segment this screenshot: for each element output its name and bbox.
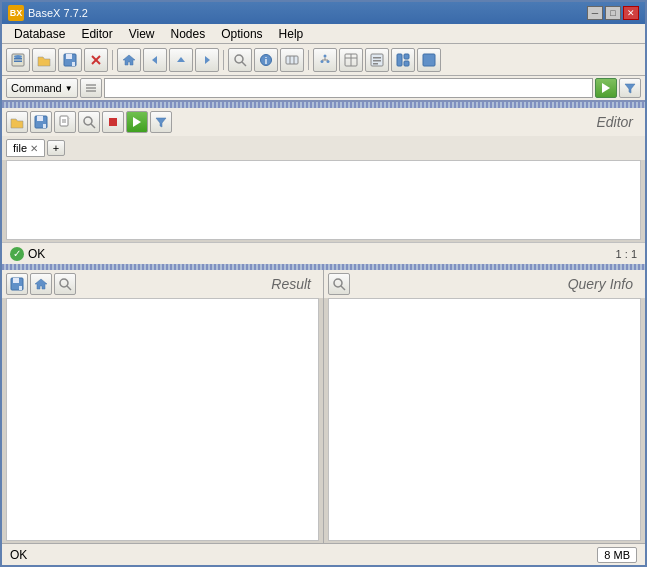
svg-rect-46 (13, 278, 19, 283)
status-ok-text: OK (10, 548, 27, 562)
svg-rect-38 (43, 124, 46, 128)
menu-database[interactable]: Database (6, 25, 73, 43)
menu-help[interactable]: Help (271, 25, 312, 43)
svg-rect-39 (60, 116, 68, 126)
editor-run-icon (133, 117, 141, 127)
window-controls: ─ □ ✕ (587, 6, 639, 20)
minimize-button[interactable]: ─ (587, 6, 603, 20)
info-button[interactable]: i (254, 48, 278, 72)
ok-icon: ✓ (10, 247, 24, 261)
result-home-button[interactable] (30, 273, 52, 295)
command-label: Command (11, 82, 62, 94)
result-save-button[interactable] (6, 273, 28, 295)
editor-tab-file[interactable]: file ✕ (6, 139, 45, 157)
svg-line-51 (341, 286, 345, 290)
result-panel: Result (2, 270, 324, 543)
menu-nodes[interactable]: Nodes (163, 25, 214, 43)
editor-status: ✓ OK 1 : 1 (2, 242, 645, 264)
explorer-button[interactable] (365, 48, 389, 72)
svg-point-9 (235, 55, 243, 63)
run-icon (602, 83, 610, 93)
tab-file-name: file (13, 142, 27, 154)
result-label: Result (78, 276, 319, 292)
editor-search-button[interactable] (78, 111, 100, 133)
svg-rect-13 (286, 56, 298, 64)
svg-point-3 (14, 55, 22, 58)
new-db-button[interactable] (6, 48, 30, 72)
svg-rect-47 (19, 286, 22, 290)
svg-point-50 (334, 279, 342, 287)
svg-rect-44 (109, 118, 117, 126)
close-button[interactable]: ✕ (623, 6, 639, 20)
editor-run-button[interactable] (126, 111, 148, 133)
line-col-indicator: 1 : 1 (45, 248, 637, 260)
search-tb-button[interactable] (228, 48, 252, 72)
command-list-button[interactable] (80, 78, 102, 98)
menu-editor[interactable]: Editor (73, 25, 120, 43)
editor-filter-button[interactable] (150, 111, 172, 133)
query-info-label: Query Info (352, 276, 641, 292)
panel-button[interactable] (391, 48, 415, 72)
app-title: BaseX 7.7.2 (28, 7, 587, 19)
editor-content[interactable] (6, 160, 641, 240)
command-bar: Command ▼ (2, 76, 645, 102)
svg-rect-32 (423, 54, 435, 66)
query-info-content[interactable] (328, 298, 641, 541)
map-button[interactable] (280, 48, 304, 72)
open-db-button[interactable] (32, 48, 56, 72)
query-info-toolbar: Query Info (324, 270, 645, 298)
svg-rect-5 (66, 54, 72, 59)
svg-rect-2 (14, 60, 22, 62)
svg-point-48 (60, 279, 68, 287)
result-search-button[interactable] (54, 273, 76, 295)
filter-button[interactable] (619, 78, 641, 98)
editor-save-button[interactable] (30, 111, 52, 133)
svg-rect-26 (373, 57, 381, 59)
svg-rect-1 (14, 58, 22, 60)
svg-rect-29 (397, 54, 402, 66)
svg-rect-27 (373, 60, 381, 62)
title-bar: BX BaseX 7.7.2 ─ □ ✕ (2, 2, 645, 24)
close-db-button[interactable] (84, 48, 108, 72)
menu-view[interactable]: View (121, 25, 163, 43)
tree-button[interactable] (313, 48, 337, 72)
maximize-button[interactable]: □ (605, 6, 621, 20)
menu-options[interactable]: Options (213, 25, 270, 43)
main-toolbar: i (2, 44, 645, 76)
memory-badge: 8 MB (597, 547, 637, 563)
save-db-button[interactable] (58, 48, 82, 72)
menu-bar: Database Editor View Nodes Options Help (2, 24, 645, 44)
toolbar-separator-3 (308, 50, 309, 70)
command-dropdown[interactable]: Command ▼ (6, 78, 78, 98)
editor-ok-text: OK (28, 247, 45, 261)
editor-wrapper: Editor file ✕ + ✓ OK 1 : 1 (2, 108, 645, 264)
toolbar-separator-2 (223, 50, 224, 70)
query-info-search-button[interactable] (328, 273, 350, 295)
dropdown-arrow-icon: ▼ (65, 84, 73, 93)
home-button[interactable] (117, 48, 141, 72)
svg-line-10 (242, 62, 246, 66)
editor-label: Editor (174, 114, 641, 130)
svg-rect-6 (72, 62, 75, 66)
run-button[interactable] (595, 78, 617, 98)
query-info-panel: Query Info (324, 270, 645, 543)
middle-section: Editor file ✕ + ✓ OK 1 : 1 (2, 108, 645, 543)
new-tab-button[interactable]: + (47, 140, 65, 156)
app-icon: BX (8, 5, 24, 21)
result-content[interactable] (6, 298, 319, 541)
back-button[interactable] (143, 48, 167, 72)
svg-text:i: i (265, 56, 268, 66)
editor-stop-button[interactable] (102, 111, 124, 133)
svg-rect-28 (373, 63, 378, 65)
tab-close-icon[interactable]: ✕ (30, 143, 38, 154)
up-button[interactable] (169, 48, 193, 72)
expand-button[interactable] (417, 48, 441, 72)
forward-button[interactable] (195, 48, 219, 72)
command-input[interactable] (104, 78, 593, 98)
svg-line-49 (67, 286, 71, 290)
svg-rect-37 (37, 116, 43, 121)
editor-new-button[interactable] (54, 111, 76, 133)
svg-point-42 (84, 117, 92, 125)
editor-open-button[interactable] (6, 111, 28, 133)
table-button[interactable] (339, 48, 363, 72)
